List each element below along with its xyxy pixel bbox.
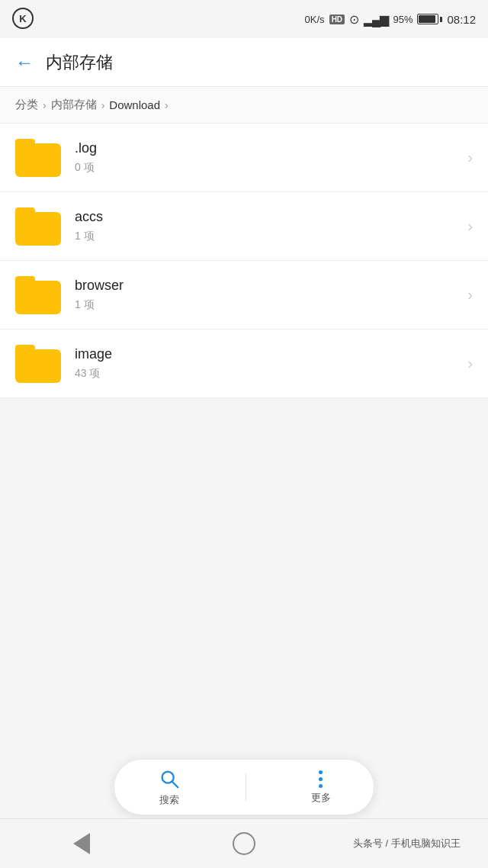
- breadcrumb-sep-0: ›: [43, 99, 47, 111]
- status-bar: K 0K/s HD ⊙ ▂▄▆ 95% 08:12: [0, 0, 488, 38]
- file-count: 1 项: [75, 298, 467, 312]
- battery-percent: 95%: [393, 14, 413, 25]
- file-count: 1 项: [75, 230, 467, 243]
- file-name: .log: [75, 140, 467, 156]
- breadcrumb-sep-2: ›: [165, 99, 169, 111]
- more-button[interactable]: 更多: [290, 764, 352, 811]
- file-info: image 43 项: [61, 346, 467, 381]
- more-icon: [319, 770, 323, 788]
- more-label: 更多: [311, 791, 331, 805]
- nav-back-button[interactable]: [0, 819, 162, 868]
- svg-line-1: [172, 782, 178, 788]
- breadcrumb-item-1[interactable]: 内部存储: [51, 98, 97, 112]
- breadcrumb-item-0[interactable]: 分类: [15, 98, 38, 112]
- chevron-right-icon: ›: [467, 355, 473, 372]
- folder-icon: [15, 139, 61, 177]
- chevron-right-icon: ›: [467, 149, 473, 166]
- cast-icon: ⊙: [349, 12, 359, 27]
- back-button[interactable]: ←: [15, 52, 34, 73]
- nav-bar: 头条号 / 手机电脑知识王: [0, 818, 488, 868]
- file-info: accs 1 项: [61, 209, 467, 243]
- file-count: 43 项: [75, 367, 467, 381]
- search-label: 搜索: [159, 793, 179, 807]
- watermark-text: 头条号 / 手机电脑知识王: [353, 837, 461, 850]
- search-button[interactable]: 搜索: [136, 761, 202, 813]
- file-info: .log 0 项: [61, 140, 467, 175]
- list-item[interactable]: accs 1 项 ›: [0, 192, 488, 261]
- nav-home-button[interactable]: [162, 819, 325, 868]
- list-item[interactable]: browser 1 项 ›: [0, 261, 488, 330]
- breadcrumb: 分类 › 内部存储 › Download ›: [0, 87, 488, 124]
- signal-icon: ▂▄▆: [364, 12, 388, 27]
- file-info: browser 1 项: [61, 278, 467, 312]
- hd-badge: HD: [329, 14, 345, 24]
- nav-watermark: 头条号 / 手机电脑知识王: [326, 819, 488, 868]
- status-right: 0K/s HD ⊙ ▂▄▆ 95% 08:12: [305, 12, 476, 27]
- breadcrumb-sep-1: ›: [101, 99, 105, 111]
- list-item[interactable]: image 43 项 ›: [0, 330, 488, 398]
- breadcrumb-item-2[interactable]: Download: [109, 98, 160, 111]
- status-logo: K: [12, 8, 34, 29]
- folder-icon: [15, 207, 61, 246]
- chevron-right-icon: ›: [467, 217, 473, 235]
- battery-icon: [417, 14, 442, 24]
- logo-icon: K: [12, 8, 34, 29]
- search-icon: [158, 767, 181, 790]
- file-list: .log 0 项 › accs 1 项 › browser 1 项 ›: [0, 124, 488, 398]
- file-count: 0 项: [75, 161, 467, 175]
- home-circle-icon: [233, 832, 255, 855]
- back-triangle-icon: [73, 833, 90, 854]
- folder-icon: [15, 276, 61, 314]
- folder-icon: [15, 345, 61, 383]
- bottom-toolbar: 搜索 更多: [114, 760, 374, 815]
- file-name: accs: [75, 209, 467, 225]
- file-name: image: [75, 346, 467, 362]
- clock: 08:12: [447, 13, 476, 26]
- list-item[interactable]: .log 0 项 ›: [0, 124, 488, 192]
- page-title: 内部存储: [46, 51, 113, 74]
- network-speed: 0K/s: [305, 14, 325, 25]
- header: ← 内部存储: [0, 38, 488, 87]
- file-name: browser: [75, 278, 467, 294]
- chevron-right-icon: ›: [467, 286, 473, 304]
- toolbar-divider: [246, 773, 246, 801]
